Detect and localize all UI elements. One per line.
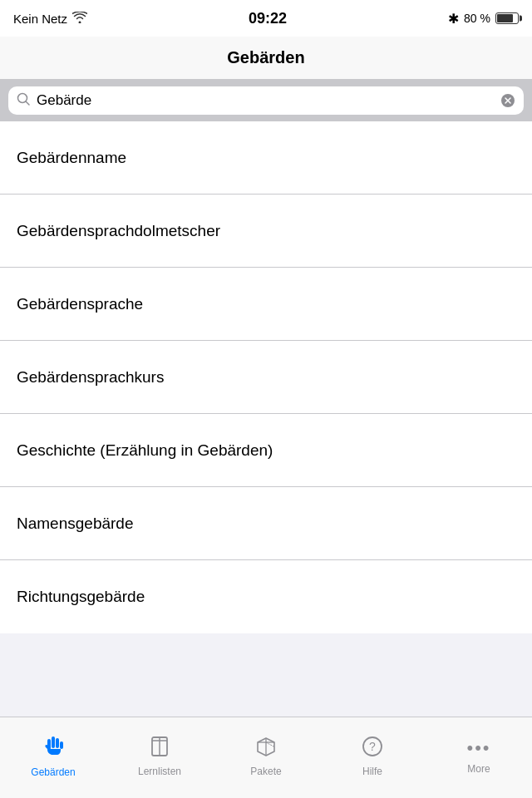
tab-lernlisten[interactable]: Lernlisten	[106, 717, 213, 798]
bluetooth-icon: ✱	[448, 11, 459, 27]
tab-bar: Gebärden Lernlisten Pakete	[0, 717, 532, 798]
more-icon: •••	[466, 737, 490, 759]
list-item[interactable]: Richtungsgebärde	[0, 560, 532, 633]
battery-indicator	[495, 12, 519, 24]
tab-more[interactable]: ••• More	[426, 717, 532, 798]
status-time: 09:22	[249, 10, 287, 27]
search-results-list: Gebärdenname Gebärdensprachdolmetscher G…	[0, 121, 532, 633]
list-item[interactable]: Gebärdensprachdolmetscher	[0, 195, 532, 268]
tab-hilfe-label: Hilfe	[362, 766, 382, 777]
tab-lernlisten-label: Lernlisten	[138, 766, 181, 777]
search-icon	[17, 92, 30, 109]
search-input[interactable]	[37, 92, 494, 109]
tab-hilfe[interactable]: ? Hilfe	[319, 717, 426, 798]
list-item[interactable]: Gebärdenname	[0, 121, 532, 195]
search-clear-button[interactable]	[500, 93, 515, 108]
svg-line-15	[266, 742, 274, 747]
carrier-text: Kein Netz	[13, 12, 67, 26]
status-right: ✱ 80 %	[448, 11, 519, 27]
svg-rect-5	[52, 736, 55, 748]
tab-pakete-label: Pakete	[250, 766, 281, 777]
list-item[interactable]: Namensgebärde	[0, 487, 532, 560]
tab-gebaerden[interactable]: Gebärden	[0, 717, 106, 798]
status-left: Kein Netz	[13, 12, 87, 26]
nav-bar: Gebärden	[0, 37, 532, 80]
list-item[interactable]: Geschichte (Erzählung in Gebärden)	[0, 414, 532, 487]
wifi-icon	[72, 12, 87, 26]
battery-percent: 80 %	[464, 12, 490, 25]
status-bar: Kein Netz 09:22 ✱ 80 %	[0, 0, 532, 37]
book-icon	[148, 735, 171, 762]
search-bar-container	[0, 80, 532, 121]
page-title: Gebärden	[227, 48, 304, 67]
cube-icon	[254, 735, 278, 762]
svg-rect-8	[60, 741, 63, 749]
list-item[interactable]: Gebärdensprache	[0, 268, 532, 341]
question-icon: ?	[361, 735, 384, 762]
tab-pakete[interactable]: Pakete	[213, 717, 319, 798]
tab-gebaerden-label: Gebärden	[31, 766, 75, 778]
search-bar[interactable]	[8, 86, 524, 115]
hand-icon	[41, 734, 66, 763]
list-item[interactable]: Gebärdensprachkurs	[0, 341, 532, 414]
svg-rect-7	[56, 738, 59, 748]
svg-text:?: ?	[369, 740, 376, 753]
tab-more-label: More	[467, 763, 490, 775]
svg-line-1	[26, 101, 29, 105]
